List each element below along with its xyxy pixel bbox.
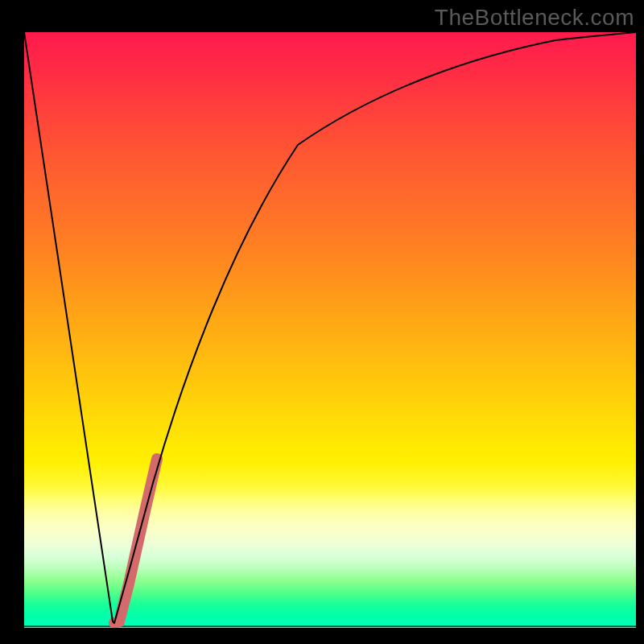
bottleneck-curve: [24, 32, 636, 623]
watermark-label: TheBottleneck.com: [435, 5, 634, 31]
chart-container: TheBottleneck.com: [0, 0, 644, 644]
chart-svg: [24, 32, 636, 628]
plot-area: [24, 32, 636, 628]
